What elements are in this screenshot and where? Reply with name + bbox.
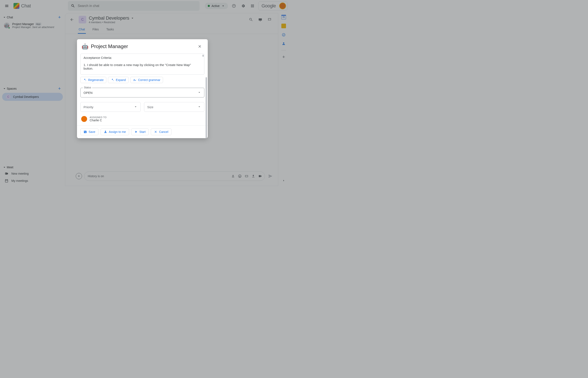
- triangle-down-icon: [197, 105, 201, 109]
- assignee-avatar-icon: [81, 116, 87, 122]
- status-value: OPEN: [83, 91, 93, 94]
- save-button[interactable]: Save: [80, 128, 98, 135]
- assigned-label: ASSIGNED TO: [90, 116, 107, 119]
- story-textarea[interactable]: Acceptance Criteria: 1. I should be able…: [80, 54, 204, 75]
- person-icon: [104, 130, 107, 134]
- assign-to-me-button[interactable]: Assign to me: [101, 128, 129, 135]
- size-select[interactable]: Size: [144, 102, 204, 112]
- correct-grammar-button[interactable]: Correct grammar: [130, 77, 163, 83]
- expand-button[interactable]: Expand: [108, 77, 128, 83]
- play-icon: [134, 130, 138, 134]
- sparkle-icon: [83, 78, 86, 82]
- triangle-down-icon: [134, 105, 137, 109]
- scrollbar-thumb[interactable]: [202, 55, 204, 57]
- regenerate-button[interactable]: Regenerate: [80, 77, 106, 83]
- story-line1: Acceptance Criteria:: [83, 56, 201, 59]
- priority-select[interactable]: Priority: [80, 102, 141, 112]
- size-placeholder: Size: [147, 105, 153, 109]
- spellcheck-icon: [133, 78, 136, 82]
- sparkle-icon: [111, 78, 114, 82]
- status-select[interactable]: OPEN: [80, 88, 204, 97]
- assignee-name: Charlie C: [90, 119, 107, 122]
- dialog-title: Project Manager: [91, 43, 194, 49]
- story-line2: 1. I should be able to create a new map …: [83, 63, 201, 70]
- close-icon: [154, 130, 157, 134]
- cancel-button[interactable]: Cancel: [151, 128, 172, 135]
- close-icon: [198, 44, 202, 49]
- status-field-label: Status: [83, 86, 92, 89]
- save-icon: [83, 130, 87, 134]
- start-button[interactable]: Start: [131, 128, 149, 135]
- robot-icon: 🤖: [82, 43, 88, 50]
- assigned-to-row: ASSIGNED TO Charlie C: [80, 116, 204, 122]
- project-manager-dialog: 🤖 Project Manager Acceptance Criteria: 1…: [77, 39, 208, 138]
- priority-placeholder: Priority: [83, 105, 94, 109]
- triangle-down-icon: [197, 91, 201, 94]
- dialog-scrollbar[interactable]: [206, 77, 207, 138]
- dialog-close-button[interactable]: [196, 43, 203, 50]
